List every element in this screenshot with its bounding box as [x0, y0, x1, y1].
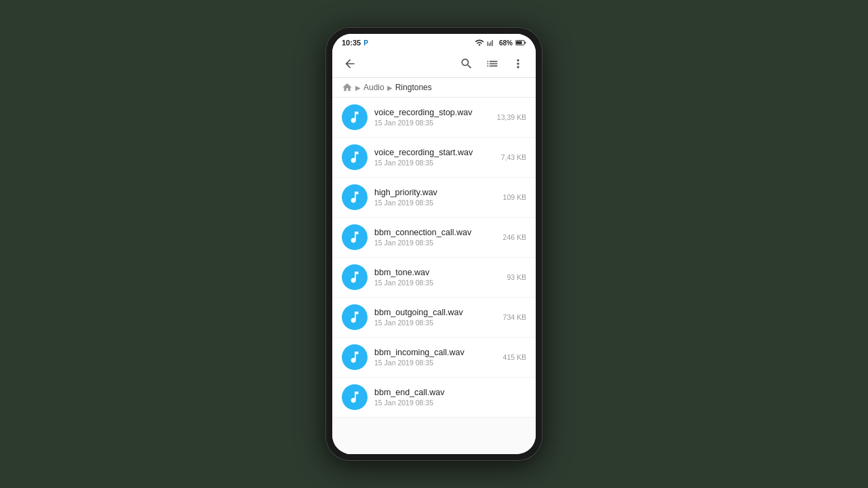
home-icon[interactable] [342, 82, 353, 93]
breadcrumb-separator-1: ▶ [355, 84, 361, 92]
list-item[interactable]: voice_recording_start.wav 15 Jan 2019 08… [332, 138, 536, 178]
breadcrumb-audio[interactable]: Audio [363, 83, 384, 92]
file-date: 15 Jan 2019 08:35 [374, 159, 494, 167]
svg-rect-2 [524, 42, 526, 44]
file-name: bbm_connection_call.wav [374, 228, 496, 237]
list-item[interactable]: bbm_connection_call.wav 15 Jan 2019 08:3… [332, 218, 536, 258]
breadcrumb-separator-2: ▶ [387, 84, 393, 92]
list-item[interactable]: bbm_tone.wav 15 Jan 2019 08:35 93 KB [332, 258, 536, 298]
file-music-icon [342, 104, 368, 130]
search-button[interactable] [457, 54, 476, 73]
status-icons: 68% [475, 38, 526, 47]
battery-icon [515, 39, 526, 47]
file-size: 415 KB [503, 353, 526, 361]
file-date: 15 Jan 2019 08:35 [374, 199, 496, 207]
list-item[interactable]: voice_recording_stop.wav 15 Jan 2019 08:… [332, 98, 536, 138]
file-music-icon [342, 264, 368, 290]
file-info: bbm_end_call.wav 15 Jan 2019 08:35 [374, 388, 519, 407]
file-date: 15 Jan 2019 08:35 [374, 359, 496, 367]
file-list[interactable]: voice_recording_stop.wav 15 Jan 2019 08:… [332, 98, 536, 454]
list-view-button[interactable] [483, 54, 502, 73]
file-size: 7,43 KB [501, 153, 526, 161]
file-size: 93 KB [507, 273, 526, 281]
svg-rect-1 [516, 41, 522, 45]
file-name: bbm_tone.wav [374, 268, 500, 277]
file-name: bbm_end_call.wav [374, 388, 519, 397]
list-item[interactable]: bbm_outgoing_call.wav 15 Jan 2019 08:35 … [332, 298, 536, 338]
breadcrumb-ringtones: Ringtones [395, 83, 432, 92]
back-button[interactable] [340, 54, 359, 73]
file-info: bbm_outgoing_call.wav 15 Jan 2019 08:35 [374, 308, 496, 327]
file-size: 734 KB [503, 313, 526, 321]
file-music-icon [342, 344, 368, 370]
breadcrumb: ▶ Audio ▶ Ringtones [332, 78, 536, 98]
file-music-icon [342, 144, 368, 170]
file-info: voice_recording_start.wav 15 Jan 2019 08… [374, 148, 494, 167]
file-music-icon [342, 184, 368, 210]
file-info: bbm_tone.wav 15 Jan 2019 08:35 [374, 268, 500, 287]
toolbar-action-icons [457, 54, 528, 73]
file-name: bbm_incoming_call.wav [374, 348, 496, 357]
file-info: bbm_incoming_call.wav 15 Jan 2019 08:35 [374, 348, 496, 367]
file-size: 13,39 KB [497, 113, 526, 121]
status-time-area: 10:35 P [342, 39, 368, 47]
file-size: 246 KB [503, 233, 526, 241]
more-options-button[interactable] [509, 54, 528, 73]
battery-text: 68% [499, 39, 513, 47]
file-info: high_priority.wav 15 Jan 2019 08:35 [374, 188, 496, 207]
time-display: 10:35 [342, 39, 361, 47]
file-info: voice_recording_stop.wav 15 Jan 2019 08:… [374, 108, 490, 127]
file-music-icon [342, 384, 368, 410]
toolbar [332, 50, 536, 78]
file-name: voice_recording_stop.wav [374, 108, 490, 117]
file-date: 15 Jan 2019 08:35 [374, 119, 490, 127]
file-music-icon [342, 224, 368, 250]
file-date: 15 Jan 2019 08:35 [374, 399, 519, 407]
file-info: bbm_connection_call.wav 15 Jan 2019 08:3… [374, 228, 496, 247]
file-date: 15 Jan 2019 08:35 [374, 319, 496, 327]
file-size: 109 KB [503, 193, 526, 201]
list-item[interactable]: high_priority.wav 15 Jan 2019 08:35 109 … [332, 178, 536, 218]
wifi-icon [475, 38, 484, 47]
file-date: 15 Jan 2019 08:35 [374, 239, 496, 247]
file-date: 15 Jan 2019 08:35 [374, 279, 500, 287]
file-name: high_priority.wav [374, 188, 496, 197]
status-bar: 10:35 P 68% [332, 34, 536, 50]
phone-screen: 10:35 P 68% [332, 34, 536, 454]
signal-icon [487, 38, 496, 47]
file-name: voice_recording_start.wav [374, 148, 494, 157]
list-item[interactable]: bbm_end_call.wav 15 Jan 2019 08:35 [332, 378, 536, 418]
phone-device: 10:35 P 68% [326, 27, 542, 461]
paypal-icon: P [363, 39, 368, 47]
list-item[interactable]: bbm_incoming_call.wav 15 Jan 2019 08:35 … [332, 338, 536, 378]
file-name: bbm_outgoing_call.wav [374, 308, 496, 317]
file-music-icon [342, 304, 368, 330]
